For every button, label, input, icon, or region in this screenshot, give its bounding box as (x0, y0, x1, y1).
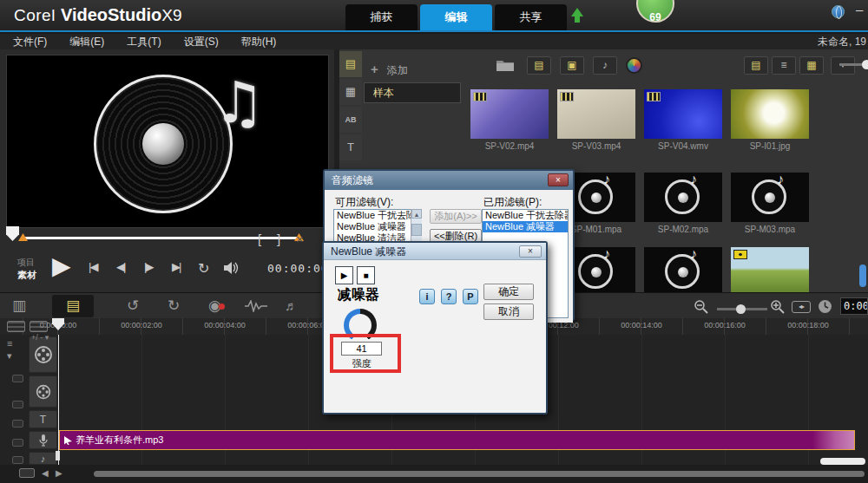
close-icon[interactable]: × (548, 173, 569, 186)
music-track-header[interactable]: ♪ (29, 452, 57, 465)
sound-mixer-icon[interactable] (245, 300, 267, 312)
import-folder-icon[interactable] (496, 58, 515, 72)
filter-photo-icon[interactable]: ▣ (560, 56, 584, 75)
view-panel-icon[interactable]: ▤ (744, 56, 768, 75)
voice-track-header[interactable] (29, 431, 57, 449)
help-button[interactable]: ? (441, 289, 457, 304)
play-button[interactable]: ▶ (52, 252, 71, 280)
project-duration-field[interactable]: 0:00: (840, 297, 868, 315)
go-start-button[interactable]: |◀ (89, 260, 96, 273)
horizontal-scrollbar[interactable] (94, 471, 865, 477)
go-end-button[interactable]: ▶| (172, 260, 180, 273)
ab-effects-icon[interactable]: AB (339, 107, 362, 133)
slider-thumb[interactable] (862, 60, 868, 69)
upgrade-arrow-icon[interactable] (571, 8, 583, 16)
fit-project-icon[interactable]: ◂▸ (792, 301, 811, 313)
menu-item[interactable]: 文件(F) (13, 35, 47, 49)
workspace-tab[interactable]: 共享 (495, 4, 567, 30)
score-badge[interactable]: 69 (636, 0, 674, 23)
workspace-tab[interactable]: 捕获 (345, 4, 418, 30)
zoom-out-icon[interactable] (694, 300, 708, 314)
track-list-icon[interactable]: ≡ (7, 338, 12, 349)
view-grid-icon[interactable]: ▦ (799, 56, 824, 75)
filter-list-item[interactable]: NewBlue 干扰去除器 (334, 210, 421, 221)
library-item[interactable]: ♪SP-M02.mpa (640, 171, 727, 251)
filter-fx-icon[interactable] (626, 57, 642, 74)
thumbnail-size-slider[interactable] (839, 63, 868, 66)
scroll-left-arrow[interactable]: ◀ (42, 468, 49, 478)
timeline-view-icon[interactable]: ▤ (52, 295, 94, 317)
scroll-up-arrow[interactable]: ▲ (411, 209, 422, 219)
zoom-in-icon[interactable] (771, 300, 785, 314)
filter-audio-icon[interactable]: ♪ (593, 56, 617, 75)
mark-out-button[interactable]: ] (277, 232, 280, 246)
split-clip-button[interactable]: × (296, 232, 304, 246)
chevron-down-icon[interactable]: ▾ (7, 350, 12, 362)
preview-play-button[interactable]: ▶ (335, 266, 353, 284)
thumbnail: ♪ (731, 247, 809, 297)
mode-clip[interactable]: 素材 (17, 269, 36, 282)
preview-stop-button[interactable]: ■ (357, 266, 375, 284)
info-button[interactable]: i (419, 289, 435, 304)
storyboard-view-icon[interactable]: ▥ (12, 297, 26, 316)
volume-icon[interactable] (224, 262, 240, 274)
scroll-right-arrow[interactable]: ▶ (56, 468, 62, 478)
library-item[interactable]: ♪SP-I01.jpg (727, 88, 813, 167)
preview-video-area: ♫ (6, 55, 329, 228)
video-track-header[interactable] (29, 336, 57, 373)
next-frame-button[interactable]: |▶ (144, 260, 152, 273)
menu-item[interactable]: 编辑(E) (69, 35, 104, 49)
ok-button[interactable]: 确定 (483, 284, 534, 300)
workspace-tab[interactable]: 编辑 (420, 4, 492, 30)
add-filter-button[interactable]: 添加(A)>> (430, 209, 482, 224)
timeline-zoom-slider[interactable] (717, 308, 767, 310)
filter-list-item[interactable]: NewBlue 减噪器 (483, 221, 568, 232)
title-track-header[interactable]: T (29, 410, 57, 428)
add-folder-button[interactable]: +添加 (371, 62, 408, 78)
prev-frame-button[interactable]: ◀| (116, 260, 124, 273)
scroll-thumb[interactable] (411, 224, 422, 236)
filter-video-icon[interactable]: ▤ (527, 56, 551, 75)
add-remove-track-button[interactable]: +/ - ▾ (31, 333, 49, 342)
fit-timeline-icon[interactable] (19, 468, 35, 478)
media-library-icon[interactable]: ▤ (339, 51, 362, 77)
globe-icon[interactable] (832, 5, 845, 18)
track-toggle-icon[interactable] (12, 401, 23, 408)
audio-clip[interactable]: 养羊业有利条件.mp3 (59, 430, 855, 450)
redo-icon[interactable]: ↻ (168, 297, 180, 316)
track-toggle-icon[interactable] (12, 375, 23, 382)
zoom-slider-thumb[interactable] (736, 304, 746, 314)
preset-button[interactable]: P (463, 289, 478, 304)
undo-icon[interactable]: ↺ (127, 297, 139, 316)
library-item[interactable]: ♪SP-V02.mp4 (466, 88, 553, 167)
track-toggle-icon[interactable] (12, 456, 23, 464)
library-item[interactable]: ♪SP-V04.wmv (640, 88, 727, 167)
menu-item[interactable]: 帮助(H) (241, 35, 277, 49)
scrub-slider-handle[interactable] (6, 226, 19, 241)
library-category-samples[interactable]: 样本 (364, 82, 461, 103)
menu-item[interactable]: 设置(S) (184, 35, 219, 49)
menu-item[interactable]: 工具(T) (127, 35, 161, 49)
transition-library-icon[interactable]: ▦ (339, 79, 362, 105)
dialog-title-bar[interactable]: NewBlue 减噪器 (324, 243, 546, 260)
library-item[interactable]: ♪SP-V03.mp4 (553, 88, 640, 167)
mark-in-button[interactable]: [ (258, 232, 261, 246)
filter-list-item[interactable]: NewBlue 干扰去除器 (483, 210, 568, 221)
track-scroll-segment[interactable] (820, 458, 865, 465)
filter-list-item[interactable]: NewBlue 减噪器 (334, 221, 421, 232)
dialog-title-bar[interactable]: 音频滤镜 (325, 171, 573, 190)
auto-music-icon[interactable]: ♬ (285, 297, 298, 316)
view-list-icon[interactable]: ≡ (772, 56, 796, 75)
track-toggle-icon[interactable] (12, 420, 23, 428)
minimize-button[interactable]: – (856, 2, 863, 16)
gallery-scrollbar-thumb[interactable] (859, 264, 866, 287)
track-toggle-icon[interactable] (12, 439, 23, 447)
repeat-button[interactable]: ↻ (198, 260, 209, 277)
cancel-button[interactable]: 取消 (483, 304, 534, 320)
mode-project[interactable]: 项目 (17, 256, 36, 269)
duration-clock-icon[interactable] (818, 299, 832, 314)
overlay-track-header[interactable] (29, 375, 57, 408)
library-item[interactable]: ♪SP-M03.mpa (727, 171, 813, 251)
title-library-icon[interactable]: T (339, 134, 362, 160)
close-icon[interactable]: × (519, 245, 542, 258)
